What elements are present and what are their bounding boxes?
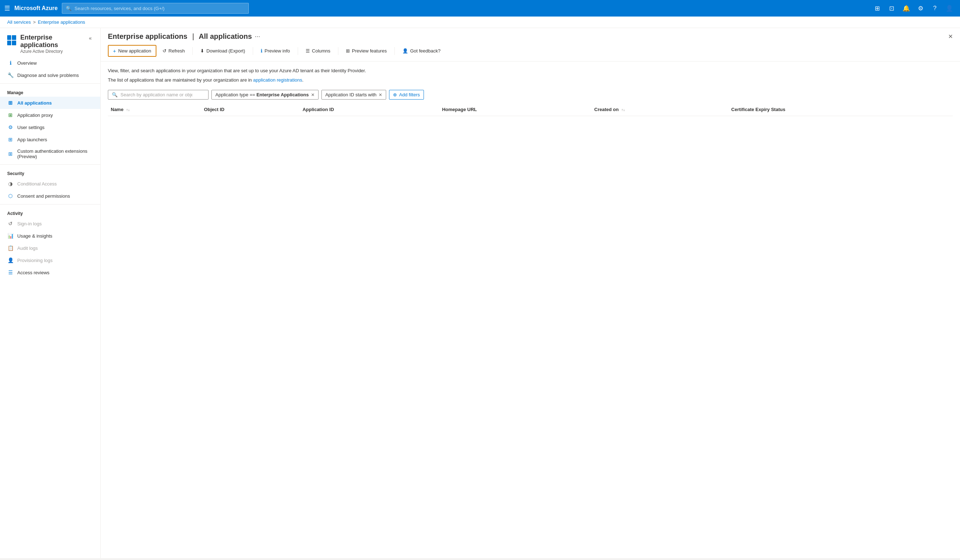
add-filters-label: Add filters — [399, 92, 420, 98]
feedback-icon[interactable]: 👤 — [943, 2, 956, 15]
app-registrations-link[interactable]: application registrations — [253, 77, 302, 83]
sidebar-item-label: Usage & insights — [17, 233, 53, 238]
breadcrumb: All services > Enterprise applications — [0, 16, 960, 28]
sidebar-item-consent-permissions[interactable]: ⬡ Consent and permissions — [0, 190, 100, 202]
columns-button[interactable]: ☰ Columns — [301, 46, 335, 56]
chip2-text: Application ID starts with — [325, 92, 376, 98]
settings-icon[interactable]: ⚙ — [914, 2, 927, 15]
description-suffix: . — [302, 77, 304, 83]
chip1-text: Application type == Enterprise Applicati… — [215, 92, 309, 98]
preview-features-button[interactable]: ⊞ Preview features — [341, 46, 392, 56]
sidebar-item-custom-auth[interactable]: ⊞ Custom authentication extensions (Prev… — [0, 146, 100, 162]
toolbar-divider-1 — [192, 47, 193, 55]
preview-features-label: Preview features — [352, 48, 387, 54]
description-line2: The list of applications that are mainta… — [108, 77, 953, 84]
new-application-label: New application — [118, 48, 151, 54]
plus-icon: + — [113, 48, 116, 54]
toolbar-divider-4 — [338, 47, 338, 55]
sidebar-item-overview[interactable]: ℹ Overview — [0, 57, 100, 69]
preview-features-icon: ⊞ — [346, 48, 350, 54]
add-filters-button[interactable]: ⊕ Add filters — [389, 90, 424, 99]
global-search[interactable]: 🔍 — [62, 3, 249, 14]
sidebar-collapse-button[interactable]: « — [87, 34, 93, 42]
search-input[interactable] — [120, 92, 192, 98]
sidebar-item-app-launchers[interactable]: ⊞ App launchers — [0, 133, 100, 146]
sidebar-item-user-settings[interactable]: ⚙ User settings — [0, 121, 100, 133]
section-security-label: Security — [0, 167, 100, 178]
sidebar-item-label: All applications — [17, 100, 52, 106]
sidebar-item-provisioning-logs: 👤 Provisioning logs — [0, 254, 100, 266]
section-manage-label: Manage — [0, 86, 100, 97]
sidebar-item-conditional-access: ◑ Conditional Access — [0, 178, 100, 190]
global-search-input[interactable] — [74, 6, 245, 11]
col-cert-expiry: Certificate Expiry Status — [728, 103, 953, 116]
all-apps-icon: ⊞ — [7, 99, 14, 106]
description-prefix: The list of applications that are mainta… — [108, 77, 253, 83]
access-reviews-icon: ☰ — [7, 269, 14, 276]
sidebar-divider-activity — [0, 204, 100, 205]
toolbar: + New application ↺ Refresh ⬇ Download (… — [101, 41, 960, 61]
search-box[interactable]: 🔍 — [108, 90, 208, 99]
directory-icon[interactable]: ⊡ — [885, 2, 898, 15]
download-button[interactable]: ⬇ Download (Export) — [195, 46, 250, 56]
provisioning-icon: 👤 — [7, 257, 14, 264]
sign-in-icon: ↺ — [7, 220, 14, 227]
description-line1: View, filter, and search applications in… — [108, 67, 953, 74]
audit-icon: 📋 — [7, 245, 14, 251]
app-id-filter-chip: Application ID starts with ✕ — [322, 90, 386, 99]
sidebar-item-usage-insights[interactable]: 📊 Usage & insights — [0, 230, 100, 242]
sidebar-item-all-applications[interactable]: ⊞ All applications — [0, 97, 100, 109]
columns-icon: ☰ — [306, 48, 310, 54]
download-icon: ⬇ — [200, 48, 204, 54]
breadcrumb-all-services[interactable]: All services — [7, 19, 31, 25]
sort-icon-name[interactable]: ↑↓ — [126, 108, 130, 112]
preview-info-button[interactable]: ℹ Preview info — [256, 46, 295, 56]
page-header: Enterprise applications | All applicatio… — [101, 28, 960, 41]
feedback-button[interactable]: 👤 Got feedback? — [398, 46, 445, 56]
usage-icon: 📊 — [7, 232, 14, 239]
new-application-button[interactable]: + New application — [108, 45, 157, 57]
section-activity-label: Activity — [0, 207, 100, 218]
refresh-button[interactable]: ↺ Refresh — [158, 46, 190, 56]
sidebar-title: Enterprise applications — [21, 34, 83, 49]
topbar: ☰ Microsoft Azure 🔍 ⊞ ⊡ 🔔 ⚙ ? 👤 — [0, 0, 960, 16]
cloud-shell-icon[interactable]: ⊞ — [871, 2, 884, 15]
app-launchers-icon: ⊞ — [7, 136, 14, 143]
sidebar-item-application-proxy[interactable]: ⊞ Application proxy — [0, 109, 100, 121]
page-menu-dots[interactable]: ··· — [255, 33, 260, 40]
sidebar-item-diagnose[interactable]: 🔧 Diagnose and solve problems — [0, 69, 100, 81]
download-label: Download (Export) — [206, 48, 245, 54]
sidebar-item-access-reviews[interactable]: ☰ Access reviews — [0, 266, 100, 278]
col-created-on[interactable]: Created on ↑↓ — [592, 103, 728, 116]
sidebar-item-label: Custom authentication extensions (Previe… — [17, 149, 93, 159]
sidebar-item-sign-in-logs: ↺ Sign-in logs — [0, 218, 100, 230]
help-icon[interactable]: ? — [928, 2, 941, 15]
notifications-icon[interactable]: 🔔 — [899, 2, 912, 15]
title-separator: | — [192, 32, 194, 40]
col-name[interactable]: Name ↑↓ — [108, 103, 201, 116]
sidebar-header: Enterprise applications Azure Active Dir… — [0, 28, 100, 57]
chip1-close-button[interactable]: ✕ — [311, 92, 315, 98]
add-filters-icon: ⊕ — [393, 92, 397, 98]
filter-bar: 🔍 Application type == Enterprise Applica… — [101, 86, 960, 103]
sidebar-divider-security — [0, 164, 100, 165]
sidebar-item-label: Diagnose and solve problems — [17, 73, 79, 78]
sidebar-divider — [0, 83, 100, 84]
app-type-filter-chip: Application type == Enterprise Applicati… — [211, 90, 318, 99]
sidebar-item-label: Conditional Access — [17, 181, 57, 187]
chip2-close-button[interactable]: ✕ — [379, 92, 382, 98]
refresh-icon: ↺ — [163, 48, 166, 54]
hamburger-icon[interactable]: ☰ — [4, 4, 10, 12]
diagnose-icon: 🔧 — [7, 72, 14, 78]
sort-icon-created[interactable]: ↑↓ — [621, 108, 625, 112]
preview-info-label: Preview info — [265, 48, 290, 54]
app-proxy-icon: ⊞ — [7, 112, 14, 118]
col-object-id: Object ID — [201, 103, 299, 116]
close-button[interactable]: ✕ — [948, 33, 953, 40]
description-block: View, filter, and search applications in… — [101, 61, 960, 86]
app-grid-icon — [7, 35, 16, 45]
breadcrumb-enterprise-apps[interactable]: Enterprise applications — [38, 19, 85, 25]
columns-label: Columns — [312, 48, 330, 54]
main-content: Enterprise applications | All applicatio… — [101, 28, 960, 558]
overview-icon: ℹ — [7, 60, 14, 66]
